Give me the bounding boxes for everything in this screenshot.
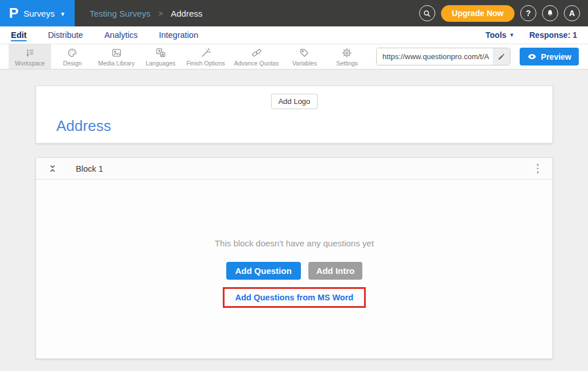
dot bbox=[537, 168, 539, 170]
nav-right: Tools ▼ Response: 1 bbox=[486, 30, 577, 40]
breadcrumb-separator: > bbox=[158, 9, 163, 18]
toolbar-label: Languages bbox=[146, 60, 176, 67]
survey-editor-main: Add Logo Address Block 1 This block does… bbox=[0, 69, 588, 359]
search-icon bbox=[423, 9, 431, 18]
dot bbox=[537, 164, 539, 166]
toolbar-item-design[interactable]: Design bbox=[51, 44, 94, 69]
advance-quotas-icon bbox=[251, 47, 262, 59]
breadcrumb: Testing Surveys > Address bbox=[90, 0, 203, 26]
block-options-menu[interactable] bbox=[533, 161, 543, 176]
add-questions-from-ms-word-link[interactable]: Add Questions from MS Word bbox=[235, 293, 354, 302]
preview-button[interactable]: Preview bbox=[520, 48, 579, 65]
toolbar-item-settings[interactable]: Settings bbox=[326, 44, 368, 69]
topbar-actions: Upgrade Now ? A bbox=[419, 0, 588, 26]
settings-icon bbox=[341, 47, 353, 59]
collapse-icon bbox=[48, 164, 57, 173]
upgrade-now-button[interactable]: Upgrade Now bbox=[441, 5, 514, 22]
survey-toolbar: Workspace Design Media Library bbox=[0, 44, 588, 69]
tools-label: Tools bbox=[486, 30, 506, 40]
red-highlight-annotation: Add Questions from MS Word bbox=[223, 287, 366, 308]
avatar-initial: A bbox=[569, 9, 575, 18]
questionpro-logo: P bbox=[9, 6, 19, 20]
block-card: Block 1 This block doesn't have any ques… bbox=[36, 157, 553, 359]
add-intro-button[interactable]: Add Intro bbox=[308, 262, 363, 280]
add-question-button[interactable]: Add Question bbox=[226, 262, 301, 280]
account-avatar[interactable]: A bbox=[564, 5, 580, 21]
search-button[interactable] bbox=[419, 5, 435, 21]
block-actions: Add Question Add Intro bbox=[36, 262, 552, 280]
workspace-icon bbox=[24, 47, 36, 59]
media-library-icon bbox=[111, 47, 122, 59]
help-button[interactable]: ? bbox=[520, 5, 536, 21]
pencil-icon bbox=[497, 53, 505, 61]
finish-options-icon bbox=[200, 47, 211, 59]
languages-icon bbox=[155, 47, 167, 59]
toolbar-label: Media Library bbox=[98, 60, 135, 67]
toolbar-item-finish-options[interactable]: Finish Options bbox=[182, 44, 230, 69]
breadcrumb-current: Address bbox=[171, 9, 202, 18]
bell-icon bbox=[546, 9, 554, 17]
toolbar-item-advance-quotas[interactable]: Advance Quotas bbox=[230, 44, 284, 69]
design-icon bbox=[67, 47, 78, 59]
survey-title[interactable]: Address bbox=[56, 117, 552, 135]
toolbar-label: Advance Quotas bbox=[234, 60, 279, 67]
toolbar-right: Preview bbox=[376, 44, 588, 69]
tab-distribute[interactable]: Distribute bbox=[48, 30, 83, 40]
eye-icon bbox=[527, 52, 537, 61]
toolbar-label: Variables bbox=[292, 60, 317, 67]
response-count: Response: 1 bbox=[529, 30, 577, 40]
tab-analytics[interactable]: Analytics bbox=[105, 30, 138, 40]
breadcrumb-parent-link[interactable]: Testing Surveys bbox=[90, 9, 150, 18]
toolbar-label: Settings bbox=[336, 60, 358, 67]
toolbar-item-media-library[interactable]: Media Library bbox=[94, 44, 140, 69]
notifications-button[interactable] bbox=[542, 5, 558, 21]
toolbar-label: Finish Options bbox=[187, 60, 225, 67]
block-header: Block 1 bbox=[36, 158, 552, 180]
survey-url-input[interactable] bbox=[377, 48, 493, 65]
toolbar-item-workspace[interactable]: Workspace bbox=[9, 44, 51, 69]
chevron-down-icon: ▼ bbox=[60, 11, 65, 17]
block-body: This block doesn't have any questions ye… bbox=[36, 180, 552, 358]
collapse-block-button[interactable] bbox=[48, 164, 57, 173]
survey-url-group bbox=[376, 48, 510, 65]
top-bar: P Surveys ▼ Testing Surveys > Address Up… bbox=[0, 0, 588, 26]
main-nav: Edit Distribute Analytics Integration To… bbox=[0, 26, 588, 44]
edit-url-button[interactable] bbox=[493, 48, 510, 65]
preview-label: Preview bbox=[541, 52, 571, 61]
product-switcher[interactable]: P Surveys ▼ bbox=[0, 0, 75, 26]
toolbar-label: Workspace bbox=[15, 60, 45, 67]
dot bbox=[537, 171, 539, 173]
block-title[interactable]: Block 1 bbox=[76, 164, 103, 173]
tab-edit[interactable]: Edit bbox=[11, 30, 26, 40]
question-mark-icon: ? bbox=[526, 9, 531, 18]
empty-block-message: This block doesn't have any questions ye… bbox=[36, 238, 552, 248]
survey-header-card: Add Logo Address bbox=[36, 86, 553, 144]
msword-row: Add Questions from MS Word bbox=[36, 287, 552, 308]
toolbar-item-languages[interactable]: Languages bbox=[140, 44, 182, 69]
tab-integration[interactable]: Integration bbox=[159, 30, 199, 40]
chevron-down-icon: ▼ bbox=[509, 32, 514, 38]
tools-dropdown[interactable]: Tools ▼ bbox=[486, 30, 514, 40]
toolbar-item-variables[interactable]: Variables bbox=[283, 44, 326, 69]
variables-icon bbox=[299, 47, 310, 59]
product-name: Surveys bbox=[24, 9, 55, 18]
add-logo-button[interactable]: Add Logo bbox=[271, 94, 318, 109]
toolbar-label: Design bbox=[63, 60, 82, 67]
